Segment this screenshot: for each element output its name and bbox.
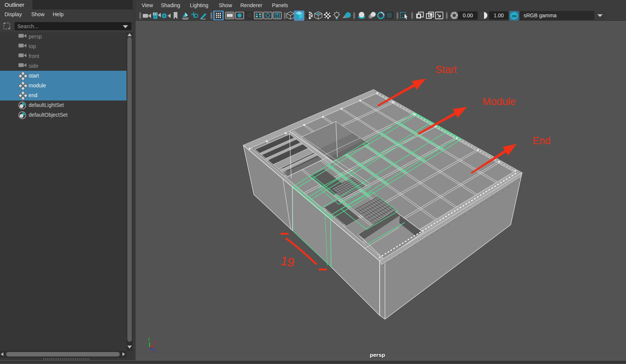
svg-text:End: End bbox=[533, 135, 551, 146]
svg-text:Start: Start bbox=[435, 64, 457, 75]
svg-text:z: z bbox=[153, 349, 155, 353]
svg-text:x: x bbox=[154, 340, 156, 344]
svg-text:Module: Module bbox=[482, 96, 516, 107]
svg-text:persp: persp bbox=[370, 352, 385, 358]
svg-text:ON: ON bbox=[512, 14, 517, 18]
svg-text:y: y bbox=[148, 337, 150, 341]
svg-text:19: 19 bbox=[279, 254, 296, 270]
